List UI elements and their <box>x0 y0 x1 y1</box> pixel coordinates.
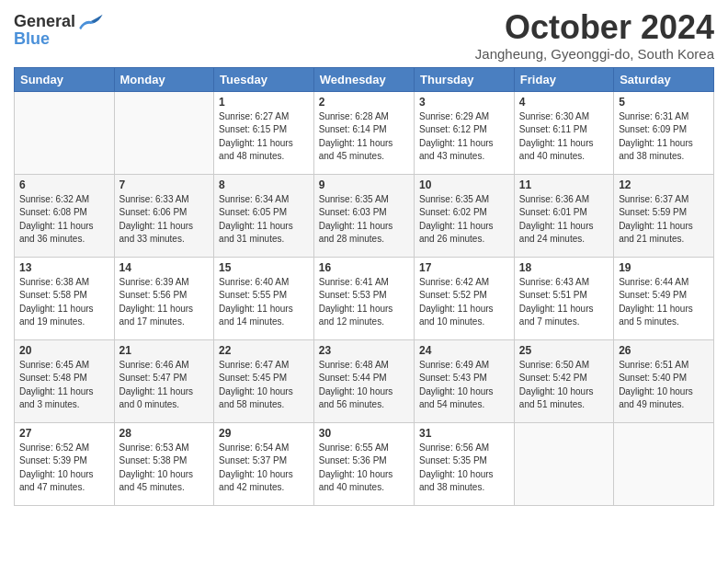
day-info: Sunrise: 6:51 AMSunset: 5:40 PMDaylight:… <box>619 359 709 412</box>
day-number: 29 <box>219 427 309 440</box>
month-title: October 2024 <box>475 9 714 46</box>
calendar-day-cell: 14Sunrise: 6:39 AMSunset: 5:56 PMDayligh… <box>114 257 214 339</box>
day-number: 6 <box>19 178 109 191</box>
day-number: 30 <box>319 427 409 440</box>
day-info: Sunrise: 6:50 AMSunset: 5:42 PMDaylight:… <box>519 359 609 412</box>
day-number: 12 <box>619 178 709 191</box>
calendar-day-cell: 21Sunrise: 6:46 AMSunset: 5:47 PMDayligh… <box>114 339 214 422</box>
day-info: Sunrise: 6:31 AMSunset: 6:09 PMDaylight:… <box>619 110 709 164</box>
calendar-day-cell <box>114 91 214 174</box>
day-info: Sunrise: 6:40 AMSunset: 5:55 PMDaylight:… <box>219 276 309 329</box>
day-info: Sunrise: 6:55 AMSunset: 5:36 PMDaylight:… <box>319 442 409 495</box>
calendar-day-cell: 16Sunrise: 6:41 AMSunset: 5:53 PMDayligh… <box>313 257 414 339</box>
calendar-day-cell: 19Sunrise: 6:44 AMSunset: 5:49 PMDayligh… <box>614 257 714 339</box>
calendar-day-cell: 27Sunrise: 6:52 AMSunset: 5:39 PMDayligh… <box>15 422 115 505</box>
day-number: 1 <box>219 96 309 109</box>
day-number: 26 <box>619 344 709 357</box>
calendar-day-cell: 7Sunrise: 6:33 AMSunset: 6:06 PMDaylight… <box>114 174 214 257</box>
day-number: 9 <box>319 178 409 191</box>
day-number: 2 <box>319 96 409 109</box>
calendar-day-cell: 22Sunrise: 6:47 AMSunset: 5:45 PMDayligh… <box>214 339 314 422</box>
calendar-table: SundayMondayTuesdayWednesdayThursdayFrid… <box>14 67 714 506</box>
calendar-day-cell: 1Sunrise: 6:27 AMSunset: 6:15 PMDaylight… <box>214 91 314 174</box>
calendar-day-cell: 13Sunrise: 6:38 AMSunset: 5:58 PMDayligh… <box>15 257 115 339</box>
day-info: Sunrise: 6:48 AMSunset: 5:44 PMDaylight:… <box>319 359 409 412</box>
day-number: 10 <box>419 178 509 191</box>
day-info: Sunrise: 6:56 AMSunset: 5:35 PMDaylight:… <box>419 442 509 495</box>
logo-general-text: General <box>14 12 75 30</box>
day-info: Sunrise: 6:35 AMSunset: 6:02 PMDaylight:… <box>419 193 509 247</box>
day-info: Sunrise: 6:30 AMSunset: 6:11 PMDaylight:… <box>519 110 609 164</box>
day-info: Sunrise: 6:37 AMSunset: 5:59 PMDaylight:… <box>619 193 709 247</box>
day-of-week-header: Sunday <box>15 67 115 91</box>
day-info: Sunrise: 6:43 AMSunset: 5:51 PMDaylight:… <box>519 276 609 329</box>
calendar-day-cell: 18Sunrise: 6:43 AMSunset: 5:51 PMDayligh… <box>514 257 613 339</box>
calendar-day-cell: 2Sunrise: 6:28 AMSunset: 6:14 PMDaylight… <box>313 91 414 174</box>
day-of-week-header: Friday <box>514 67 613 91</box>
calendar-day-cell: 11Sunrise: 6:36 AMSunset: 6:01 PMDayligh… <box>514 174 613 257</box>
calendar-day-cell: 12Sunrise: 6:37 AMSunset: 5:59 PMDayligh… <box>614 174 714 257</box>
title-block: October 2024 Jangheung, Gyeonggi-do, Sou… <box>475 9 714 62</box>
location-subtitle: Jangheung, Gyeonggi-do, South Korea <box>475 46 714 62</box>
day-of-week-header: Saturday <box>614 67 714 91</box>
calendar-day-cell: 31Sunrise: 6:56 AMSunset: 5:35 PMDayligh… <box>415 422 515 505</box>
day-info: Sunrise: 6:27 AMSunset: 6:15 PMDaylight:… <box>219 110 309 164</box>
day-number: 16 <box>319 261 409 274</box>
calendar-day-cell: 28Sunrise: 6:53 AMSunset: 5:38 PMDayligh… <box>114 422 214 505</box>
calendar-day-cell: 3Sunrise: 6:29 AMSunset: 6:12 PMDaylight… <box>415 91 515 174</box>
day-of-week-header: Wednesday <box>313 67 414 91</box>
calendar-day-cell <box>614 422 714 505</box>
page-header: General Blue October 2024 Jangheung, Gye… <box>14 9 714 62</box>
calendar-week-row: 27Sunrise: 6:52 AMSunset: 5:39 PMDayligh… <box>15 422 714 505</box>
day-number: 20 <box>19 344 109 357</box>
day-number: 23 <box>319 344 409 357</box>
day-info: Sunrise: 6:49 AMSunset: 5:43 PMDaylight:… <box>419 359 509 412</box>
day-number: 28 <box>119 427 210 440</box>
day-info: Sunrise: 6:42 AMSunset: 5:52 PMDaylight:… <box>419 276 509 329</box>
day-info: Sunrise: 6:46 AMSunset: 5:47 PMDaylight:… <box>119 359 210 412</box>
calendar-day-cell: 20Sunrise: 6:45 AMSunset: 5:48 PMDayligh… <box>15 339 115 422</box>
calendar-day-cell: 24Sunrise: 6:49 AMSunset: 5:43 PMDayligh… <box>415 339 515 422</box>
day-number: 18 <box>519 261 609 274</box>
calendar-day-cell <box>15 91 115 174</box>
day-info: Sunrise: 6:52 AMSunset: 5:39 PMDaylight:… <box>19 442 109 495</box>
day-number: 14 <box>119 261 210 274</box>
day-info: Sunrise: 6:53 AMSunset: 5:38 PMDaylight:… <box>119 442 210 495</box>
day-info: Sunrise: 6:32 AMSunset: 6:08 PMDaylight:… <box>19 193 109 247</box>
day-info: Sunrise: 6:44 AMSunset: 5:49 PMDaylight:… <box>619 276 709 329</box>
day-number: 31 <box>419 427 509 440</box>
day-number: 17 <box>419 261 509 274</box>
day-of-week-header: Thursday <box>415 67 515 91</box>
day-number: 8 <box>219 178 309 191</box>
day-of-week-header: Monday <box>114 67 214 91</box>
day-info: Sunrise: 6:34 AMSunset: 6:05 PMDaylight:… <box>219 193 309 247</box>
day-number: 3 <box>419 96 509 109</box>
day-info: Sunrise: 6:45 AMSunset: 5:48 PMDaylight:… <box>19 359 109 412</box>
logo: General Blue <box>14 9 103 47</box>
calendar-day-cell: 23Sunrise: 6:48 AMSunset: 5:44 PMDayligh… <box>313 339 414 422</box>
day-number: 13 <box>19 261 109 274</box>
day-number: 22 <box>219 344 309 357</box>
day-number: 15 <box>219 261 309 274</box>
calendar-day-cell: 10Sunrise: 6:35 AMSunset: 6:02 PMDayligh… <box>415 174 515 257</box>
day-info: Sunrise: 6:36 AMSunset: 6:01 PMDaylight:… <box>519 193 609 247</box>
day-info: Sunrise: 6:54 AMSunset: 5:37 PMDaylight:… <box>219 442 309 495</box>
day-info: Sunrise: 6:28 AMSunset: 6:14 PMDaylight:… <box>319 110 409 164</box>
day-of-week-header: Tuesday <box>214 67 314 91</box>
day-number: 4 <box>519 96 609 109</box>
day-info: Sunrise: 6:41 AMSunset: 5:53 PMDaylight:… <box>319 276 409 329</box>
calendar-day-cell: 8Sunrise: 6:34 AMSunset: 6:05 PMDaylight… <box>214 174 314 257</box>
calendar-day-cell: 25Sunrise: 6:50 AMSunset: 5:42 PMDayligh… <box>514 339 613 422</box>
day-number: 21 <box>119 344 210 357</box>
calendar-week-row: 1Sunrise: 6:27 AMSunset: 6:15 PMDaylight… <box>15 91 714 174</box>
day-info: Sunrise: 6:33 AMSunset: 6:06 PMDaylight:… <box>119 193 210 247</box>
calendar-day-cell: 26Sunrise: 6:51 AMSunset: 5:40 PMDayligh… <box>614 339 714 422</box>
calendar-day-cell <box>514 422 613 505</box>
logo-bird-icon <box>77 13 103 31</box>
day-info: Sunrise: 6:38 AMSunset: 5:58 PMDaylight:… <box>19 276 109 329</box>
calendar-day-cell: 9Sunrise: 6:35 AMSunset: 6:03 PMDaylight… <box>313 174 414 257</box>
day-number: 24 <box>419 344 509 357</box>
day-number: 11 <box>519 178 609 191</box>
calendar-day-cell: 29Sunrise: 6:54 AMSunset: 5:37 PMDayligh… <box>214 422 314 505</box>
day-info: Sunrise: 6:35 AMSunset: 6:03 PMDaylight:… <box>319 193 409 247</box>
